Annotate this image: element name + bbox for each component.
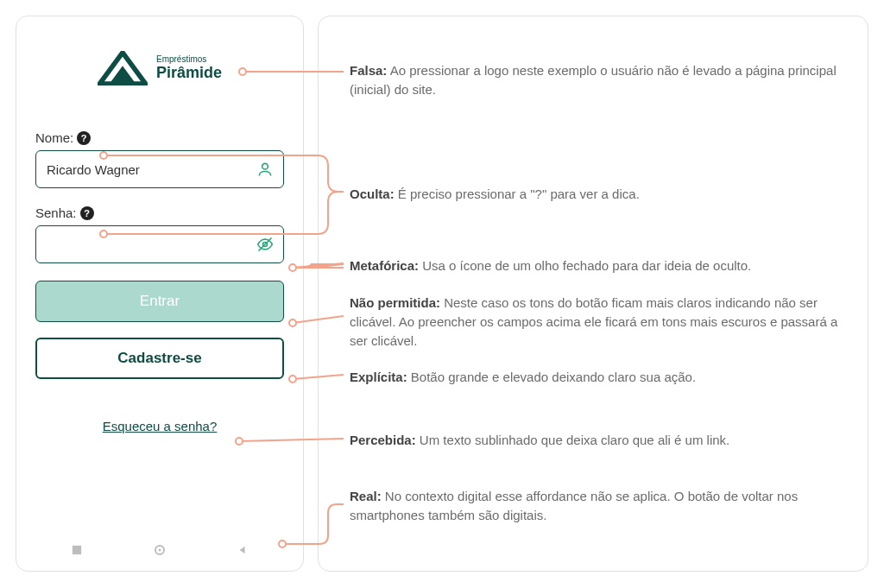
- annotation-nao-permitida: Não permitida: Neste caso os tons do bot…: [350, 294, 850, 350]
- logo-title: Pirâmide: [156, 65, 222, 81]
- svg-point-2: [262, 163, 268, 169]
- connector-dot: [235, 437, 243, 446]
- name-label: Nome:: [35, 130, 73, 145]
- android-nav-bar: [35, 534, 284, 566]
- login-button-label: Entrar: [140, 293, 180, 310]
- svg-rect-5: [73, 546, 81, 554]
- password-input[interactable]: [35, 225, 284, 263]
- pyramid-icon: [98, 51, 148, 85]
- help-icon[interactable]: ?: [77, 131, 91, 145]
- recent-apps-icon[interactable]: [71, 544, 83, 556]
- signup-button-label: Cadastre-se: [117, 350, 201, 367]
- forgot-password-link[interactable]: Esqueceu a senha?: [103, 419, 218, 433]
- signup-button[interactable]: Cadastre-se: [35, 338, 284, 379]
- home-icon[interactable]: [154, 544, 166, 556]
- connector-dot: [288, 263, 297, 272]
- connector-dot: [278, 540, 287, 548]
- connector-dot: [99, 230, 108, 238]
- password-label: Senha:: [35, 205, 77, 220]
- annotation-percebida: Percebida: Um texto sublinhado que deixa…: [350, 431, 850, 450]
- connector-dot: [288, 375, 297, 383]
- connector-dot: [288, 319, 297, 327]
- annotation-explicita: Explícita: Botão grande e elevado deixan…: [350, 368, 850, 387]
- connector-dot: [99, 151, 108, 160]
- name-input[interactable]: [35, 150, 284, 188]
- login-panel: Empréstimos Pirâmide Nome: ? Senha: ?: [16, 16, 304, 572]
- name-field-row: Nome: ?: [35, 130, 284, 188]
- back-icon[interactable]: [237, 544, 249, 556]
- annotation-panel: Falsa: Ao pressionar a logo neste exempl…: [318, 16, 868, 572]
- user-icon: [256, 161, 274, 178]
- annotation-real: Real: No contexto digital esse affordanc…: [350, 487, 850, 525]
- password-field-row: Senha: ?: [35, 205, 284, 263]
- annotation-falsa: Falsa: Ao pressionar a logo neste exempl…: [350, 61, 842, 99]
- eye-off-icon[interactable]: [256, 236, 274, 253]
- svg-point-7: [159, 549, 161, 552]
- annotation-metaforica: Metafórica: Usa o ícone de um olho fecha…: [350, 256, 850, 275]
- annotation-oculta: Oculta: É preciso pressionar a "?" para …: [350, 185, 842, 204]
- connector-dot: [238, 67, 247, 76]
- login-button[interactable]: Entrar: [35, 281, 284, 322]
- logo[interactable]: Empréstimos Pirâmide: [35, 51, 284, 85]
- help-icon[interactable]: ?: [80, 206, 94, 220]
- svg-marker-8: [240, 547, 245, 554]
